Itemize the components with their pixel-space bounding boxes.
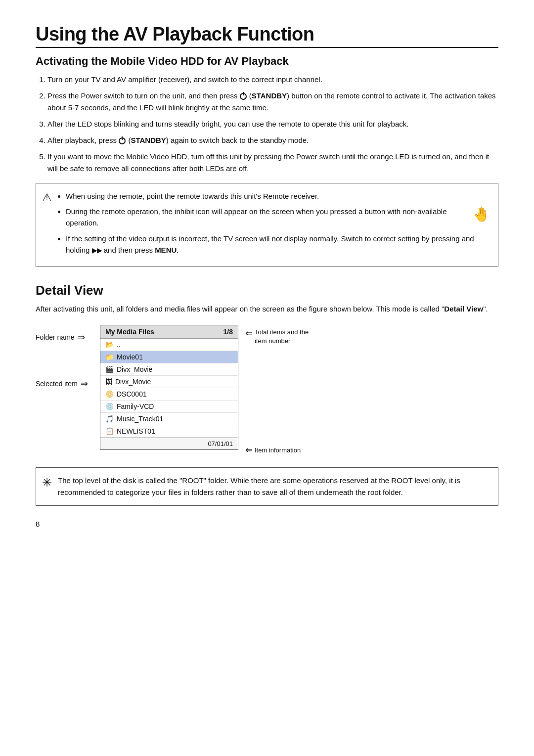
- browser-item-music: 🎵 Music_Track01: [100, 413, 238, 425]
- vcd-icon: 💿: [105, 402, 114, 410]
- standby-icon-1: [240, 93, 247, 100]
- browser-item-movie01-name: Movie01: [117, 353, 143, 361]
- folder-name-label-row: Folder name ⇒: [36, 332, 100, 343]
- browser-item-dsc0001: 📀 DSC0001: [100, 388, 238, 400]
- diagram-area: Folder name ⇒ Selected item ⇒ My Media F…: [36, 325, 498, 455]
- folder-icon: 📁: [105, 353, 114, 361]
- note-icon: ✳: [42, 476, 52, 489]
- browser-item-newlist-name: NEWLIST01: [117, 427, 155, 435]
- item-info-label: Item information: [255, 446, 301, 454]
- browser-footer: 07/01/01: [100, 438, 238, 449]
- browser-item-divx2: 🖼 Divx_Movie: [100, 376, 238, 388]
- browser-item-up: 📂 ..: [100, 339, 238, 351]
- warning-item-2: During the remote operation, the inhibit…: [66, 206, 490, 229]
- item-info-arrow: ⇐: [245, 445, 253, 455]
- activating-section-title: Activating the Mobile Video HDD for AV P…: [36, 55, 498, 68]
- step-4: After playback, press (STANDBY) again to…: [47, 134, 498, 146]
- browser-item-movie01[interactable]: 📁 Movie01: [100, 351, 238, 363]
- browser-item-family-vcd: 💿 Family-VCD: [100, 400, 238, 413]
- warning-item-2-text: During the remote operation, the inhibit…: [66, 206, 469, 229]
- warning-item-3: If the setting of the video output is in…: [66, 233, 490, 256]
- music-icon: 🎵: [105, 415, 114, 423]
- video-file-icon: 🎬: [105, 365, 114, 373]
- browser-item-dsc0001-name: DSC0001: [117, 390, 147, 398]
- ff-icon: ▶▶: [92, 246, 102, 256]
- page-number: 8: [36, 520, 498, 528]
- selected-item-label-row: Selected item ⇒: [36, 378, 100, 389]
- total-items-label: Total items and the item number: [255, 328, 314, 346]
- selected-item-label: Selected item: [36, 380, 78, 388]
- steps-list: Turn on your TV and AV amplifier (receiv…: [47, 74, 498, 174]
- file-browser: My Media Files 1/8 📂 .. 📁 Movie01 🎬 Divx…: [100, 325, 238, 450]
- item-info-label-row: ⇐ Item information: [245, 445, 314, 455]
- step-2: Press the Power switch to turn on the un…: [47, 90, 498, 113]
- page-title: Using the AV Playback Function: [36, 24, 498, 45]
- browser-item-divx2-name: Divx_Movie: [115, 378, 151, 386]
- step-1: Turn on your TV and AV amplifier (receiv…: [47, 74, 498, 85]
- detail-view-section: Detail View After activating this unit, …: [36, 283, 498, 455]
- warning-content: When using the remote, point the remote …: [57, 190, 490, 260]
- folder-name-arrow: ⇒: [78, 332, 85, 343]
- diagram-labels-right: ⇐ Total items and the item number ⇐ Item…: [245, 325, 314, 455]
- videocd-icon: 📀: [105, 390, 114, 398]
- folder-name-label: Folder name: [36, 333, 75, 341]
- diagram-labels-left: Folder name ⇒ Selected item ⇒: [36, 325, 100, 389]
- step-5: If you want to move the Mobile Video HDD…: [47, 151, 498, 174]
- browser-header: My Media Files 1/8: [100, 325, 238, 339]
- browser-header-count: 1/8: [223, 328, 233, 336]
- browser-item-music-name: Music_Track01: [117, 415, 163, 423]
- selected-item-arrow: ⇒: [81, 378, 88, 389]
- browser-item-newlist: 📋 NEWLIST01: [100, 425, 238, 438]
- total-items-label-row: ⇐ Total items and the item number: [245, 328, 314, 346]
- browser-item-family-vcd-name: Family-VCD: [117, 402, 154, 410]
- playlist-icon: 📋: [105, 427, 114, 435]
- note-text: The top level of the disk is called the …: [58, 476, 460, 496]
- browser-header-title: My Media Files: [105, 328, 154, 336]
- folder-up-icon: 📂: [105, 341, 114, 349]
- note-box: ✳ The top level of the disk is called th…: [36, 467, 498, 506]
- total-items-arrow: ⇐: [245, 328, 253, 339]
- warning-box: ⚠ When using the remote, point the remot…: [36, 183, 498, 267]
- browser-item-divx1: 🎬 Divx_Movie: [100, 363, 238, 376]
- detail-view-title: Detail View: [36, 283, 498, 298]
- standby-icon-2: [119, 137, 126, 144]
- note-content: The top level of the disk is called the …: [58, 475, 490, 498]
- inhibit-icon: 🤚: [473, 204, 490, 225]
- browser-item-divx1-name: Divx_Movie: [117, 365, 152, 373]
- browser-item-up-name: ..: [117, 341, 121, 349]
- detail-view-description: After activating this unit, all folders …: [36, 303, 498, 315]
- video-thumb-icon: 🖼: [105, 378, 112, 386]
- step-3: After the LED stops blinking and turns s…: [47, 118, 498, 130]
- title-divider: [36, 47, 498, 48]
- warning-icon: ⚠: [42, 191, 52, 204]
- warning-item-1: When using the remote, point the remote …: [66, 190, 490, 202]
